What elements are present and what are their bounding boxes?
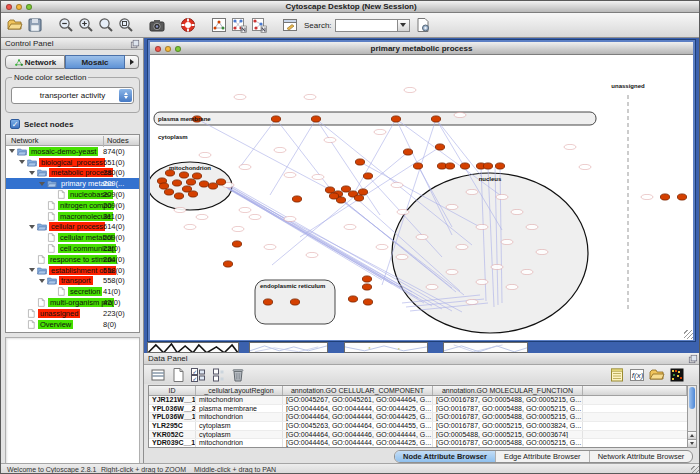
tree-row[interactable]: multi-organism pro42(0) [6, 297, 139, 308]
table-row[interactable]: YPL036W__2plasma membrane[GO:0044464, GO… [149, 405, 687, 414]
matrix-check-icon[interactable]: ✓✓ [190, 367, 206, 383]
expand-triangle-icon[interactable] [9, 149, 15, 153]
close-button[interactable] [155, 46, 161, 52]
zoom-selected-icon[interactable] [117, 16, 135, 34]
tree-row[interactable]: Overview8(0) [6, 319, 139, 330]
tab-network-attribute-browser[interactable]: Network Attribute Browser [590, 451, 693, 462]
zoom-fit-icon[interactable] [97, 16, 115, 34]
tree-row[interactable]: unassigned223(0) [6, 308, 139, 319]
tree-row[interactable]: establishment of lo558(0) [6, 265, 139, 276]
snapshot-icon[interactable] [148, 16, 166, 34]
heatmap-icon[interactable] [669, 367, 685, 383]
table-row[interactable]: YDR039C__1mitochondrion[GO:0044464, GO:0… [149, 439, 687, 448]
tree-row[interactable]: response to stimulu264(0) [6, 254, 139, 265]
trash-icon[interactable] [230, 367, 246, 383]
tab-edge-attribute-browser[interactable]: Edge Attribute Browser [496, 451, 590, 462]
birds-eye-view-panel[interactable] [5, 337, 140, 474]
fx-icon[interactable]: f(x) [629, 367, 645, 383]
open-icon[interactable] [6, 16, 24, 34]
mdi-desktop: primary metabolic process plasma membran… [144, 38, 700, 353]
resize-grip[interactable] [691, 466, 700, 474]
combobox-stepper[interactable] [119, 89, 132, 102]
column-header[interactable]: ID [149, 386, 196, 395]
select-nodes-label: Select nodes [24, 120, 73, 129]
expand-triangle-icon[interactable] [29, 268, 35, 272]
search-input[interactable] [335, 19, 397, 32]
expand-triangle-icon[interactable] [39, 279, 45, 283]
expand-triangle-icon[interactable] [29, 171, 35, 175]
background-window-thumbnail[interactable] [249, 342, 328, 353]
tab-node-attribute-browser[interactable]: Node Attribute Browser [395, 451, 496, 462]
table-row[interactable]: YPL036W__1mitochondrion[GO:0044464, GO:0… [149, 413, 687, 422]
float-panel-icon[interactable] [688, 354, 698, 364]
background-window-thumbnail[interactable] [443, 342, 528, 353]
overview-icon[interactable] [210, 16, 228, 34]
zoom-in-icon[interactable] [77, 16, 95, 34]
table-scrollbar[interactable] [687, 385, 697, 448]
scrollbar-thumb[interactable] [689, 387, 695, 409]
attribute-table[interactable]: ID_cellularLayoutRegionannotation.GO CEL… [148, 385, 688, 448]
column-header[interactable]: annotation.GO MOLECULAR_FUNCTION [433, 386, 583, 395]
table-row[interactable]: YJR121W__1mitochondrion[GO:0045267, GO:0… [149, 396, 687, 405]
scroll-up-button[interactable] [688, 431, 696, 439]
notes-icon[interactable] [609, 367, 625, 383]
expand-triangle-icon[interactable] [19, 160, 25, 164]
table-cell: [GO:0005488, GO:0005215, GO:0003674] [433, 431, 583, 439]
float-panel-icon[interactable] [130, 39, 140, 49]
network-window-titlebar[interactable]: primary metabolic process [150, 42, 693, 55]
tree-row[interactable]: mosaic-demo-yeast874(0) [6, 146, 139, 157]
tree-row[interactable]: cellular process614(0) [6, 222, 139, 233]
background-window-thumbnail[interactable] [147, 342, 239, 353]
tree-row[interactable]: nitrogen compo209(0) [6, 200, 139, 211]
tree-row[interactable]: nucleobase-209(0) [6, 189, 139, 200]
tree-row[interactable]: secretion41(0) [6, 286, 139, 297]
tree-row[interactable]: metabolic process280(0) [6, 168, 139, 179]
tree-row[interactable]: cellular metabol209(0) [6, 232, 139, 243]
cytoscape-window: Cytoscape Desktop (New Session) Search: … [0, 0, 700, 474]
column-header[interactable]: _cellularLayoutRegion [196, 386, 283, 395]
resize-grip[interactable] [684, 330, 693, 339]
scroll-down-button[interactable] [688, 439, 696, 447]
help-icon[interactable] [179, 16, 197, 34]
expand-triangle-icon[interactable] [39, 182, 45, 186]
folder-icon[interactable] [649, 367, 665, 383]
close-button[interactable] [6, 4, 12, 10]
layout-force-icon[interactable] [250, 16, 268, 34]
table-row[interactable]: YLR295Ccytoplasm[GO:0045263, GO:0044464,… [149, 422, 687, 431]
save-icon[interactable] [26, 16, 44, 34]
tab-mosaic[interactable]: Mosaic [65, 55, 125, 69]
table-row[interactable]: YKR052Ccytoplasm[GO:0044464, GO:0044446,… [149, 431, 687, 440]
attribute-table-header[interactable]: ID_cellularLayoutRegionannotation.GO CEL… [149, 386, 687, 396]
column-header[interactable]: annotation.GO CELLULAR_COMPONENT [283, 386, 433, 395]
minimize-button[interactable] [16, 4, 22, 10]
tree-row[interactable]: transport558(0) [6, 276, 139, 287]
tab-network[interactable]: Network [5, 55, 65, 69]
search-config-icon[interactable] [414, 16, 432, 34]
background-window-thumbnail[interactable] [344, 342, 428, 353]
network-tree-header[interactable]: Network Nodes [6, 135, 139, 146]
tree-row-count: 223(0) [103, 309, 125, 318]
search-dropdown-button[interactable] [397, 19, 410, 32]
node-color-combobox[interactable]: transporter activity [11, 87, 134, 104]
expand-triangle-icon[interactable] [29, 225, 35, 229]
page-icon[interactable] [170, 367, 186, 383]
tree-row-label: Overview [38, 320, 73, 329]
tree-row[interactable]: macromolecule311(0) [6, 211, 139, 222]
vizmapper-icon[interactable] [281, 16, 299, 34]
tree-row[interactable]: cell communicat22(0) [6, 243, 139, 254]
tab-overflow-button[interactable] [125, 55, 139, 69]
network-view-window[interactable]: primary metabolic process plasma membran… [147, 39, 696, 342]
zoom-out-icon[interactable] [57, 16, 75, 34]
app-titlebar[interactable]: Cytoscape Desktop (New Session) [1, 1, 700, 13]
layout-grid-icon[interactable] [230, 16, 248, 34]
network-canvas[interactable]: plasma membranecytoplasmmitochondrionnuc… [150, 55, 693, 340]
zoom-button[interactable] [175, 46, 181, 52]
select-nodes-checkbox[interactable]: ✓ [10, 119, 20, 129]
minimize-button[interactable] [165, 46, 171, 52]
matrix-small-icon[interactable] [210, 367, 226, 383]
tree-row[interactable]: primary metabo209(... [6, 178, 139, 189]
tree-row[interactable]: biological_process651(0) [6, 157, 139, 168]
grid-icon[interactable] [150, 367, 166, 383]
tree-row-count: 42(0) [103, 298, 121, 307]
zoom-button[interactable] [26, 4, 32, 10]
